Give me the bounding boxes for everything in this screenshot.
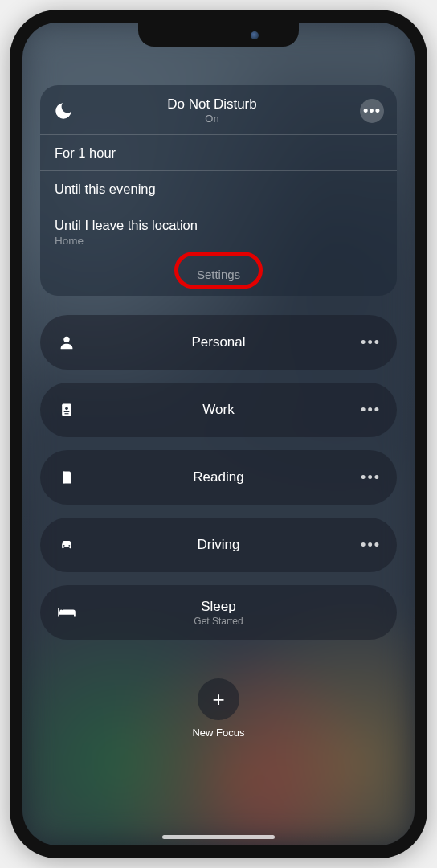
ellipsis-icon[interactable]: •••: [360, 402, 381, 419]
person-icon: [56, 334, 77, 351]
notch: [138, 23, 299, 47]
new-focus-button[interactable]: +: [198, 678, 239, 720]
dnd-option-label: Until I leave this location: [55, 218, 382, 233]
dnd-status: On: [64, 113, 360, 125]
focus-label: Work: [77, 402, 360, 418]
svg-point-6: [63, 545, 65, 547]
dnd-title: Do Not Disturb: [64, 96, 360, 113]
dnd-option[interactable]: Until this evening: [40, 170, 397, 207]
focus-label-text: Sleep: [201, 599, 235, 614]
screen: Do Not Disturb On ••• For 1 hour Until t…: [22, 23, 415, 845]
phone-frame: Do Not Disturb On ••• For 1 hour Until t…: [10, 10, 427, 858]
svg-point-2: [65, 407, 68, 411]
ellipsis-icon[interactable]: •••: [360, 537, 381, 554]
focus-sleep[interactable]: Sleep Get Started: [40, 585, 397, 640]
dnd-option-sub: Home: [55, 235, 382, 247]
focus-sublabel: Get Started: [77, 616, 360, 627]
focus-reading[interactable]: Reading •••: [40, 450, 397, 505]
book-icon: [56, 469, 77, 486]
focus-label: Sleep Get Started: [77, 599, 360, 627]
svg-point-7: [68, 545, 70, 547]
focus-label: Reading: [77, 469, 360, 485]
focus-label: Personal: [77, 334, 360, 350]
settings-link-label: Settings: [197, 268, 240, 281]
dnd-option[interactable]: For 1 hour: [40, 134, 397, 170]
focus-personal[interactable]: Personal •••: [40, 315, 397, 370]
svg-rect-5: [63, 472, 65, 484]
focus-label: Driving: [77, 537, 360, 553]
ellipsis-icon: •••: [363, 104, 381, 118]
focus-list: Personal ••• Work ••• Reading •••: [40, 315, 397, 640]
dnd-more-button[interactable]: •••: [360, 99, 384, 123]
ellipsis-icon[interactable]: •••: [360, 334, 381, 351]
plus-icon: +: [212, 687, 224, 712]
dnd-option[interactable]: Until I leave this location Home: [40, 207, 397, 256]
dnd-header: Do Not Disturb On •••: [40, 85, 397, 134]
ellipsis-icon[interactable]: •••: [360, 469, 381, 486]
new-focus: + New Focus: [40, 678, 397, 739]
home-indicator[interactable]: [162, 835, 275, 839]
svg-rect-3: [64, 411, 70, 412]
bed-icon: [56, 605, 77, 620]
dnd-options-list: For 1 hour Until this evening Until I le…: [40, 134, 397, 256]
svg-point-0: [63, 337, 69, 342]
svg-point-8: [59, 609, 63, 612]
svg-rect-4: [65, 413, 69, 414]
dnd-title-block: Do Not Disturb On: [64, 96, 360, 125]
dnd-option-label: Until this evening: [55, 182, 382, 197]
dnd-card: Do Not Disturb On ••• For 1 hour Until t…: [40, 85, 397, 296]
new-focus-label: New Focus: [40, 727, 397, 739]
settings-link[interactable]: Settings: [40, 256, 397, 288]
focus-work[interactable]: Work •••: [40, 383, 397, 437]
focus-driving[interactable]: Driving •••: [40, 518, 397, 572]
car-icon: [56, 537, 77, 553]
badge-icon: [56, 401, 77, 419]
dnd-option-label: For 1 hour: [55, 145, 382, 161]
